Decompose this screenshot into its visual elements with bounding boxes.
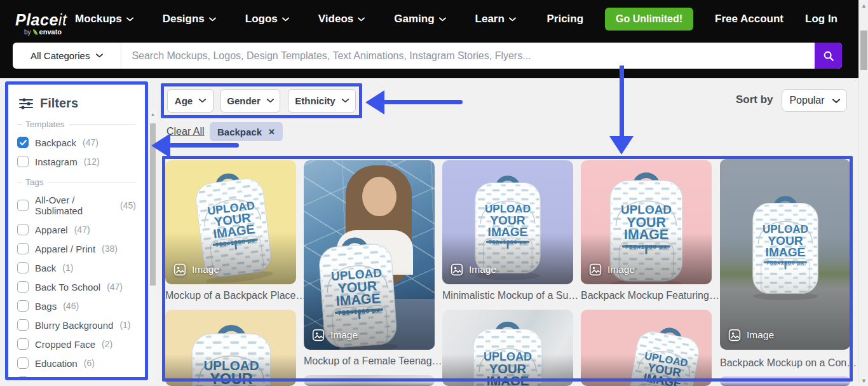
mockup-card-image[interactable]: Image: [442, 160, 573, 284]
annotation-arrow-left-icon: [151, 134, 170, 158]
annotation-arrow-shaft: [169, 143, 239, 148]
section-tags: Tags: [17, 177, 136, 187]
category-select[interactable]: All Categories: [13, 43, 121, 69]
backpack-mockup-graphic: [611, 314, 712, 386]
sort-dropdown[interactable]: Popular: [782, 89, 847, 112]
search-button[interactable]: [815, 43, 842, 69]
menu-logos[interactable]: Logos: [245, 13, 289, 25]
menu-mockups[interactable]: Mockups: [75, 13, 133, 25]
page-scrollbar[interactable]: ▲ ▼: [858, 0, 868, 386]
mockup-card-image[interactable]: [304, 375, 435, 386]
menu-videos[interactable]: Videos: [318, 13, 365, 25]
checkbox-unchecked[interactable]: [17, 300, 29, 312]
filter-count: (46): [63, 301, 79, 311]
filter-item-education[interactable]: Education(6): [17, 354, 136, 373]
backpack-filter-chip[interactable]: Backpack ✕: [210, 122, 283, 141]
model-hair: [346, 165, 412, 286]
menu-label: Learn: [475, 13, 505, 25]
filter-count: (12): [84, 156, 100, 167]
filter-item-instagram[interactable]: Instagram (12): [17, 152, 136, 171]
checkbox-unchecked[interactable]: [17, 319, 29, 331]
filter-item-back-to-school[interactable]: Back To School(47): [17, 277, 136, 296]
dropdown-label: Ethnicity: [295, 95, 335, 106]
card-title[interactable]: Mockup of a Female Teenag…: [304, 355, 442, 367]
backpack-mockup-graphic: [177, 317, 286, 386]
filter-count: (47): [83, 137, 98, 148]
checkbox-unchecked[interactable]: [17, 338, 29, 350]
mockup-card-image[interactable]: [581, 310, 712, 386]
mockup-card-image[interactable]: Image: [165, 160, 296, 284]
card-title[interactable]: Backpack Mockup Featuring…: [581, 290, 719, 301]
menu-gaming[interactable]: Gaming: [394, 13, 445, 25]
search-bar: All Categories: [13, 43, 842, 69]
section-templates: Templates: [17, 120, 136, 129]
mockup-card-image[interactable]: Image: [304, 160, 435, 350]
filter-count: (1): [62, 263, 73, 273]
filter-item-cropped-face[interactable]: Cropped Face(2): [17, 334, 136, 354]
model-face: [362, 177, 397, 216]
chevron-down-icon: [267, 99, 274, 103]
card-title[interactable]: Backpack Mockup on a Con…: [720, 357, 857, 369]
card-title[interactable]: Minimalistic Mockup of a Su…: [442, 290, 578, 301]
checkbox-unchecked[interactable]: [17, 156, 29, 167]
menu-label: Videos: [318, 13, 353, 25]
mockup-card-image[interactable]: [442, 310, 573, 386]
menu-learn[interactable]: Learn: [475, 13, 516, 25]
filter-item-back[interactable]: Back(1): [17, 258, 136, 277]
chip-remove-icon[interactable]: ✕: [268, 127, 275, 137]
backpack-mockup-graphic: [740, 190, 831, 303]
age-dropdown[interactable]: Age: [167, 89, 214, 113]
placeit-logo[interactable]: Placeit byenvato: [15, 11, 67, 36]
filters-sliders-icon: [18, 97, 34, 111]
geodesic-background: [304, 160, 435, 350]
chevron-down-icon: [209, 17, 216, 22]
checkbox-unchecked[interactable]: [17, 281, 29, 293]
checkbox-unchecked[interactable]: [17, 262, 29, 273]
checkbox-unchecked[interactable]: [17, 357, 29, 369]
clear-all-link[interactable]: Clear All: [166, 126, 205, 137]
filter-item-apparel-print[interactable]: Apparel / Print(38): [17, 239, 136, 258]
filter-item-bags[interactable]: Bags(46): [17, 296, 136, 315]
mockup-card-image[interactable]: [165, 310, 296, 386]
page-scrollbar-thumb[interactable]: [860, 31, 867, 70]
checkbox-unchecked[interactable]: [17, 200, 29, 211]
dropdown-label: Age: [175, 95, 193, 106]
dropdown-label: Gender: [227, 95, 261, 106]
filter-item-apparel[interactable]: Apparel(47): [17, 220, 136, 239]
card-title[interactable]: Mockup of a Backpack Place…: [165, 290, 306, 301]
checkbox-unchecked[interactable]: [17, 376, 29, 380]
menu-designs[interactable]: Designs: [163, 13, 216, 25]
log-in-link[interactable]: Log In: [805, 13, 837, 25]
badge-label: Image: [469, 264, 496, 275]
search-input[interactable]: [121, 43, 815, 69]
checkbox-checked[interactable]: [17, 137, 29, 148]
category-value: All Categories: [31, 50, 90, 61]
image-type-badge: Image: [728, 329, 774, 341]
go-unlimited-button[interactable]: Go Unlimited!: [605, 8, 693, 31]
mockup-card-image[interactable]: Image: [720, 159, 850, 350]
logo-text-suffix: it: [58, 11, 67, 29]
scroll-up-icon[interactable]: ▲: [149, 111, 156, 118]
gender-dropdown[interactable]: Gender: [220, 89, 280, 113]
checkbox-unchecked[interactable]: [17, 224, 29, 235]
envato-label: envato: [39, 28, 62, 36]
checkbox-unchecked[interactable]: [17, 243, 29, 254]
filter-item-all-over-sublimated[interactable]: All-Over / Sublimated(45): [17, 191, 136, 220]
scroll-down-icon[interactable]: ▼: [859, 376, 868, 385]
ethnicity-dropdown[interactable]: Ethnicity: [288, 89, 356, 113]
placeit-search-page: UPLOAD YOUR IMAGE 750x1000 px Placeit by…: [0, 0, 868, 386]
scroll-up-icon[interactable]: ▲: [859, 1, 868, 10]
filter-item-fitness[interactable]: Fitness(1): [17, 373, 136, 380]
filter-count: (47): [107, 282, 123, 292]
filter-item-backpack[interactable]: Backpack (47): [17, 133, 136, 152]
free-account-link[interactable]: Free Account: [715, 13, 783, 25]
mockup-card-image[interactable]: [720, 376, 850, 386]
filter-item-blurry-background[interactable]: Blurry Background(1): [17, 315, 136, 334]
filter-label: Backpack: [35, 137, 76, 148]
mockup-card-image[interactable]: Image: [581, 160, 712, 284]
pricing-link[interactable]: Pricing: [546, 13, 583, 25]
chevron-down-icon: [282, 17, 289, 22]
backpack-mockup-graphic: [460, 315, 555, 386]
image-icon: [451, 263, 463, 276]
logo-byline: by: [24, 29, 31, 36]
